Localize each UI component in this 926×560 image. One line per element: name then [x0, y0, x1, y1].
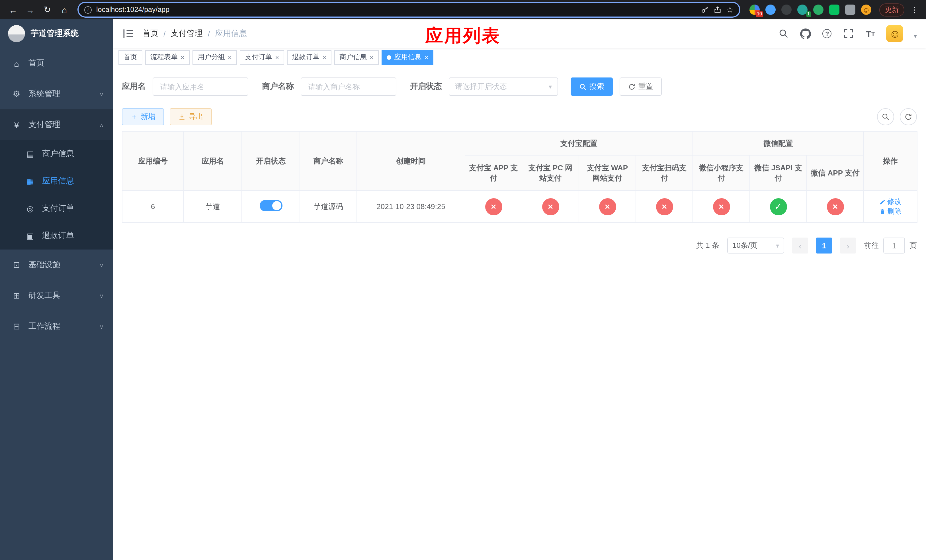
- delete-link[interactable]: 删除: [879, 206, 902, 216]
- tab-refund-order[interactable]: 退款订单 ×: [287, 50, 331, 65]
- breadcrumb-payment[interactable]: 支付管理: [171, 29, 203, 39]
- select-caret-icon: ▾: [549, 83, 552, 90]
- tab-close-icon[interactable]: ×: [424, 54, 428, 61]
- devtool-icon: ⊞: [11, 291, 22, 301]
- ext-leaf-icon[interactable]: 1: [797, 5, 808, 15]
- tab-label: 应用信息: [394, 52, 421, 62]
- search-icon[interactable]: [778, 28, 790, 39]
- col-app-id: 应用编号: [122, 131, 184, 191]
- user-avatar[interactable]: ☺: [887, 25, 903, 42]
- merchant-name-input[interactable]: [301, 77, 396, 96]
- tab-label: 商户信息: [339, 52, 367, 62]
- col-merchant: 商户名称: [300, 131, 357, 191]
- status-select[interactable]: 请选择开启状态 ▾: [449, 77, 558, 96]
- page-size-select[interactable]: 10条/页 ▾: [727, 238, 784, 254]
- tab-close-icon[interactable]: ×: [228, 54, 232, 61]
- col-actions: 操作: [864, 131, 917, 191]
- key-icon[interactable]: [701, 6, 709, 14]
- sidebar-item-label: 应用信息: [42, 176, 74, 186]
- sidebar-item-pay-order[interactable]: ◎ 支付订单: [0, 195, 113, 222]
- tab-user-group[interactable]: 用户分组 ×: [192, 50, 237, 65]
- browser-toolbar: ← → ↻ ⌂ i localhost:1024/pay/app ☆ 10 1: [0, 0, 926, 20]
- next-page-button[interactable]: ›: [840, 238, 856, 254]
- ext-badge-green: 1: [806, 11, 811, 17]
- status-toggle[interactable]: [259, 200, 282, 211]
- sidebar-item-app-info[interactable]: ▦ 应用信息: [0, 168, 113, 195]
- tab-pay-order[interactable]: 支付订单 ×: [240, 50, 284, 65]
- refresh-button[interactable]: [900, 108, 917, 125]
- sidebar-item-home[interactable]: ⌂ 首页: [0, 48, 113, 79]
- home-icon[interactable]: ⌂: [57, 2, 72, 17]
- sidebar-item-refund-order[interactable]: ▣ 退款订单: [0, 222, 113, 250]
- forward-icon[interactable]: →: [23, 2, 38, 17]
- sidebar-item-payment[interactable]: ¥ 支付管理 ∧: [0, 109, 113, 140]
- edit-link[interactable]: 修改: [879, 197, 902, 206]
- goto-page-input[interactable]: [883, 238, 905, 254]
- sidebar-item-devtools[interactable]: ⊞ 研发工具 ∨: [0, 280, 113, 311]
- chevron-down-icon: ∨: [99, 292, 104, 299]
- sidebar-item-workflow[interactable]: ⊟ 工作流程 ∨: [0, 311, 113, 342]
- config-status-cell: ×: [522, 191, 579, 222]
- main-area: 首页 / 支付管理 / 应用信息 ?: [113, 20, 926, 560]
- col-app-name: 应用名: [184, 131, 242, 191]
- tab-label: 流程表单: [150, 52, 178, 62]
- sidebar-item-system[interactable]: ⚙ 系统管理 ∨: [0, 79, 113, 109]
- tab-merchant-info[interactable]: 商户信息 ×: [334, 50, 379, 65]
- search-button-label: 搜索: [589, 82, 604, 92]
- cell-app-id: 6: [122, 191, 184, 222]
- sidebar-item-infrastructure[interactable]: ⊡ 基础设施 ∨: [0, 250, 113, 280]
- col-alipay-app: 支付宝 APP 支付: [465, 155, 522, 191]
- search-button[interactable]: 搜索: [570, 77, 613, 96]
- edit-link-label: 修改: [887, 197, 902, 206]
- font-size-icon[interactable]: TT: [865, 28, 876, 39]
- merchant-name-label: 商户名称: [262, 82, 294, 92]
- sidebar-item-merchant-info[interactable]: ▤ 商户信息: [0, 140, 113, 168]
- prev-page-button[interactable]: ‹: [792, 238, 808, 254]
- tab-close-icon[interactable]: ×: [322, 54, 326, 61]
- goto-prefix: 前往: [864, 241, 879, 251]
- tags-view-bar: 首页 流程表单 × 用户分组 × 支付订单 × 退款订单 ×: [113, 48, 926, 67]
- extensions-area: 10 1 ☺: [749, 5, 872, 15]
- ext-drop-icon[interactable]: [766, 5, 776, 15]
- url-text: localhost:1024/pay/app: [96, 6, 169, 14]
- cell-created: 2021-10-23 08:49:25: [357, 191, 465, 222]
- back-icon[interactable]: ←: [6, 2, 21, 17]
- fullscreen-icon[interactable]: [843, 28, 855, 39]
- ext-colorwheel-icon[interactable]: 10: [749, 5, 760, 15]
- tab-app-info[interactable]: 应用信息 ×: [381, 50, 433, 65]
- tab-close-icon[interactable]: ×: [180, 54, 185, 61]
- refund-doc-icon: ▣: [25, 231, 35, 241]
- export-button[interactable]: 导出: [170, 108, 212, 125]
- alipay-pc-status-icon: ×: [542, 198, 559, 215]
- tab-close-icon[interactable]: ×: [369, 54, 374, 61]
- ext-chat-icon[interactable]: [829, 5, 840, 15]
- info-icon[interactable]: i: [84, 6, 92, 14]
- add-button[interactable]: ＋ 新增: [122, 108, 164, 125]
- toggle-search-button[interactable]: [877, 108, 894, 125]
- caret-down-icon[interactable]: ▾: [914, 32, 917, 40]
- sidebar-item-label: 退款订单: [42, 231, 74, 241]
- col-group-wechat: 微信配置: [693, 131, 864, 155]
- ext-green-circle-icon[interactable]: [813, 5, 823, 15]
- breadcrumb-home[interactable]: 首页: [142, 29, 158, 39]
- delete-link-label: 删除: [887, 206, 902, 216]
- share-icon[interactable]: [714, 6, 722, 14]
- puzzle-extensions-icon[interactable]: [845, 5, 855, 15]
- update-chip[interactable]: 更新: [879, 3, 904, 16]
- tab-close-icon[interactable]: ×: [275, 54, 279, 61]
- help-icon[interactable]: ?: [822, 28, 833, 39]
- address-bar[interactable]: i localhost:1024/pay/app ☆: [79, 3, 739, 17]
- reset-button[interactable]: 重置: [620, 77, 662, 96]
- wechat-jsapi-status-icon: ✓: [770, 198, 787, 215]
- github-icon[interactable]: [800, 28, 811, 39]
- ext-dark-icon[interactable]: [781, 5, 791, 15]
- app-name-input[interactable]: [153, 77, 248, 96]
- tab-process-form[interactable]: 流程表单 ×: [145, 50, 190, 65]
- tab-home[interactable]: 首页: [118, 50, 142, 65]
- col-created: 创建时间: [357, 131, 465, 191]
- hamburger-icon[interactable]: [122, 27, 135, 40]
- reload-icon[interactable]: ↻: [40, 2, 54, 17]
- kebab-menu-icon[interactable]: ⋮: [909, 5, 920, 14]
- bookmark-star-icon[interactable]: ☆: [726, 5, 734, 14]
- profile-avatar[interactable]: ☺: [861, 5, 872, 15]
